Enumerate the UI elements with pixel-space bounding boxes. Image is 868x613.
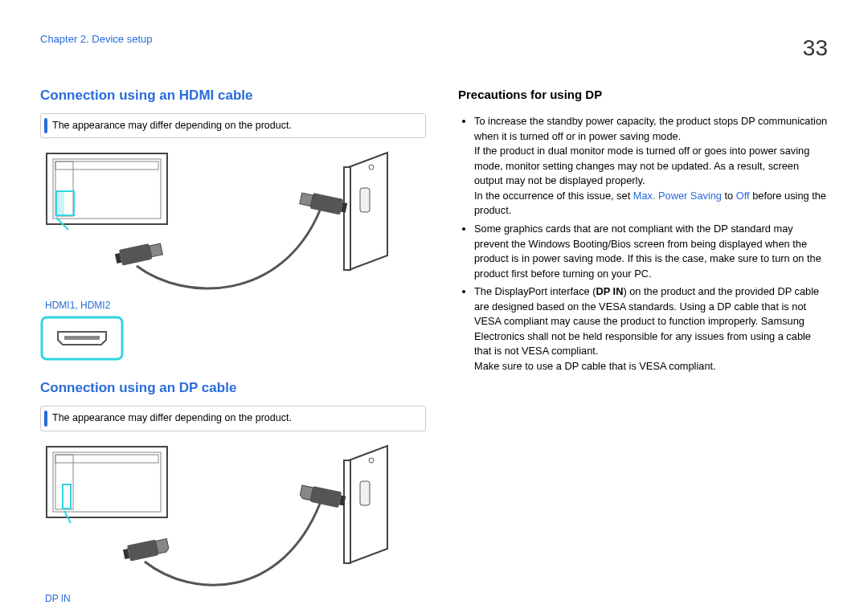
precautions-title: Precautions for using DP bbox=[458, 86, 828, 103]
port-label-dp: DP IN bbox=[45, 592, 410, 606]
page-number: 33 bbox=[803, 32, 828, 63]
svg-rect-0 bbox=[47, 153, 167, 224]
text: to bbox=[722, 190, 736, 202]
note-dp: The appearance may differ depending on t… bbox=[40, 406, 426, 431]
list-item: To increase the standby power capacity, … bbox=[474, 114, 828, 219]
section-title-dp: Connection using an DP cable bbox=[40, 378, 426, 398]
accent-text: Off bbox=[736, 190, 750, 202]
text: The DisplayPort interface ( bbox=[474, 285, 596, 297]
accent-text: Max. Power Saving bbox=[633, 190, 722, 202]
list-item: The DisplayPort interface (DP IN) on the… bbox=[474, 284, 828, 374]
svg-rect-8 bbox=[360, 188, 370, 212]
svg-rect-24 bbox=[344, 460, 350, 563]
precautions-list: To increase the standby power capacity, … bbox=[458, 114, 828, 374]
figure-hdmi: HDMI1, HDMI2 bbox=[40, 149, 410, 361]
note-hdmi: The appearance may differ depending on t… bbox=[40, 113, 426, 139]
text: To increase the standby power capacity, … bbox=[474, 115, 827, 142]
chapter-label: Chapter 2. Device setup bbox=[40, 32, 152, 47]
bold-text: DP IN bbox=[596, 285, 624, 297]
text: In the occurrence of this issue, set bbox=[474, 190, 633, 202]
svg-rect-25 bbox=[360, 481, 370, 505]
svg-rect-29 bbox=[127, 539, 158, 561]
svg-rect-18 bbox=[47, 447, 167, 517]
figure-dp: DP IN bbox=[40, 443, 410, 613]
svg-rect-27 bbox=[310, 486, 342, 508]
svg-rect-10 bbox=[310, 193, 343, 215]
svg-rect-17 bbox=[64, 336, 100, 340]
section-title-hdmi: Connection using an HDMI cable bbox=[40, 86, 426, 105]
svg-rect-13 bbox=[119, 244, 152, 266]
list-item: Some graphics cards that are not complia… bbox=[474, 222, 828, 281]
text: Make sure to use a DP cable that is VESA… bbox=[474, 360, 716, 372]
port-label-hdmi: HDMI1, HDMI2 bbox=[45, 299, 410, 313]
svg-rect-11 bbox=[300, 194, 313, 207]
text: Some graphics cards that are not complia… bbox=[474, 223, 821, 280]
text: If the product in dual monitor mode is t… bbox=[474, 145, 809, 186]
svg-rect-5 bbox=[56, 191, 64, 215]
svg-rect-7 bbox=[344, 167, 350, 270]
svg-rect-14 bbox=[149, 244, 163, 258]
